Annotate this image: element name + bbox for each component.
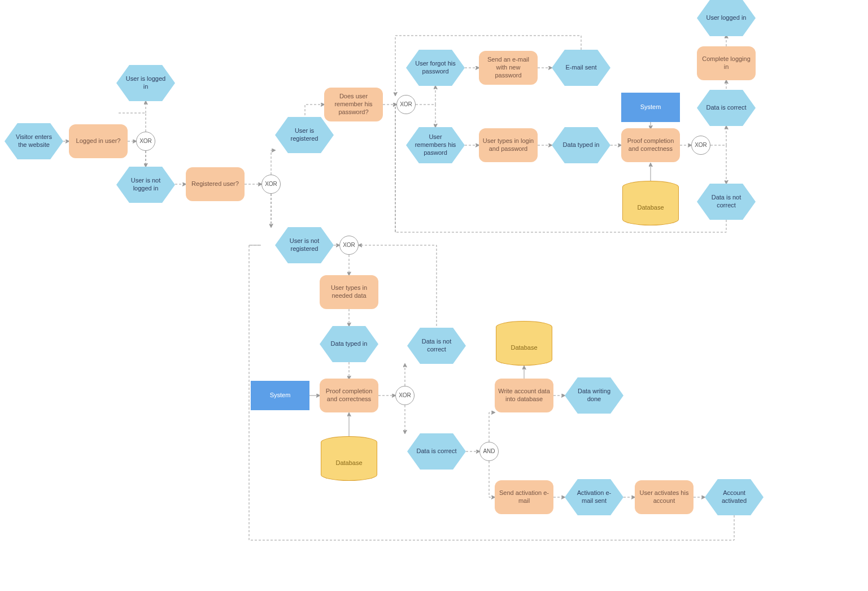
event-user-not-registered: User is not registered bbox=[275, 227, 334, 263]
function-proof-1: Proof completion and correctness bbox=[621, 128, 680, 162]
resource-database-1: Database bbox=[622, 181, 679, 226]
label: User is logged in bbox=[123, 75, 168, 91]
event-data-typed-in-1: Data typed in bbox=[552, 127, 610, 163]
function-user-activates: User activates his account bbox=[635, 480, 693, 514]
event-activation-sent: Activation e-mail sent bbox=[565, 479, 623, 515]
label: Proof completion and correctness bbox=[323, 388, 375, 403]
label: XOR bbox=[265, 181, 277, 188]
function-complete-login: Complete logging in bbox=[697, 46, 756, 80]
event-data-correct-1: Data is correct bbox=[697, 90, 756, 126]
event-user-registered: User is registered bbox=[275, 117, 334, 153]
event-user-logged-in: User is logged in bbox=[116, 65, 175, 101]
event-data-not-correct-1: Data is not correct bbox=[697, 184, 756, 220]
event-email-sent: E-mail sent bbox=[552, 50, 610, 86]
event-remembers-pw: User remembers his pasword bbox=[406, 127, 465, 163]
label: Database bbox=[511, 344, 537, 352]
gate-xor-1: XOR bbox=[136, 132, 155, 151]
resource-database-2: Database bbox=[321, 436, 377, 481]
label: Send an e-mail with new password bbox=[482, 56, 534, 79]
label: Data is correct bbox=[706, 104, 747, 112]
function-registered-q: Registered user? bbox=[186, 167, 245, 201]
event-data-not-correct-2: Data is not correct bbox=[407, 328, 466, 364]
label: User logged in bbox=[706, 14, 747, 22]
label: Data is not correct bbox=[704, 194, 749, 210]
label: User forgot his password bbox=[413, 60, 458, 76]
label: System bbox=[270, 392, 291, 399]
label: User activates his account bbox=[638, 489, 690, 505]
gate-xor-3: XOR bbox=[396, 95, 416, 114]
label: XOR bbox=[399, 392, 411, 399]
label: User is not registered bbox=[282, 237, 327, 253]
gate-xor-6: XOR bbox=[395, 386, 415, 405]
label: User is registered bbox=[282, 127, 327, 143]
event-user-not-logged-in: User is not logged in bbox=[116, 167, 175, 203]
label: Data typed in bbox=[331, 340, 368, 348]
label: Complete logging in bbox=[700, 55, 752, 71]
label: Data typed in bbox=[563, 141, 600, 149]
gate-xor-2: XOR bbox=[261, 175, 281, 194]
gate-xor-4: XOR bbox=[691, 136, 710, 155]
event-data-correct-2: Data is correct bbox=[407, 433, 466, 470]
event-forgot-pw: User forgot his password bbox=[406, 50, 465, 86]
label: AND bbox=[483, 448, 495, 455]
resource-database-3: Database bbox=[496, 321, 552, 366]
label: Visitor enters the website bbox=[11, 133, 56, 149]
label: Data is correct bbox=[417, 447, 457, 455]
label: User is not logged in bbox=[123, 177, 168, 193]
label: Proof completion and correctness bbox=[625, 137, 677, 153]
function-send-pw-email: Send an e-mail with new password bbox=[479, 51, 538, 85]
label: Logged in user? bbox=[76, 137, 121, 145]
label: Does user remember his password? bbox=[328, 93, 380, 116]
label: XOR bbox=[400, 101, 412, 108]
label: System bbox=[640, 103, 661, 111]
function-types-needed: User types in needed data bbox=[320, 275, 378, 309]
label: Send activation e-mail bbox=[498, 489, 550, 505]
function-types-login: User types in login and password bbox=[479, 128, 538, 162]
label: Activation e-mail sent bbox=[572, 489, 617, 505]
label: Database bbox=[637, 204, 664, 212]
gate-and-1: AND bbox=[479, 442, 499, 461]
resource-system-1: System bbox=[621, 93, 680, 122]
label: E-mail sent bbox=[565, 64, 596, 72]
label: XOR bbox=[139, 138, 152, 145]
label: XOR bbox=[695, 142, 707, 149]
label: Data is not correct bbox=[414, 338, 459, 354]
event-account-activated: Account activated bbox=[705, 479, 764, 515]
label: XOR bbox=[343, 242, 355, 249]
label: Account activated bbox=[712, 489, 757, 505]
function-proof-2: Proof completion and correctness bbox=[320, 379, 378, 412]
label: Data writing done bbox=[572, 388, 617, 403]
resource-system-2: System bbox=[251, 381, 309, 410]
label: User types in login and password bbox=[482, 137, 534, 153]
gate-xor-5: XOR bbox=[339, 236, 359, 255]
label: User remembers his pasword bbox=[413, 133, 458, 157]
event-user-logged-in-end: User logged in bbox=[697, 0, 756, 36]
event-data-writing-done: Data writing done bbox=[565, 377, 623, 414]
label: Registered user? bbox=[191, 180, 239, 188]
function-send-activation: Send activation e-mail bbox=[495, 480, 553, 514]
label: Database bbox=[335, 459, 362, 467]
function-write-db: Write account data into database bbox=[495, 379, 553, 412]
function-remember-pw-q: Does user remember his password? bbox=[324, 88, 383, 121]
function-logged-in-q: Logged in user? bbox=[69, 124, 128, 158]
event-visitor-enters: Visitor enters the website bbox=[5, 123, 63, 159]
event-data-typed-in-2: Data typed in bbox=[320, 326, 378, 362]
label: User types in needed data bbox=[323, 284, 375, 300]
label: Write account data into database bbox=[498, 388, 550, 403]
